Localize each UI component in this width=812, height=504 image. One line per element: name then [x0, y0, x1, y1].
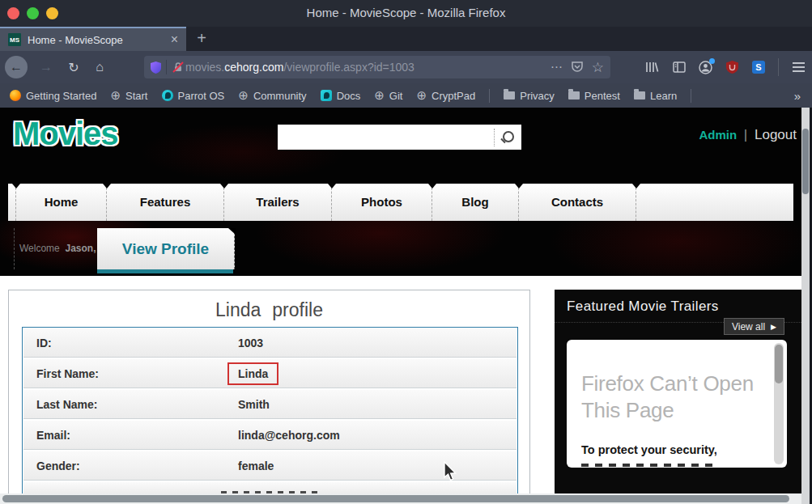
- globe-icon: ⊕: [238, 90, 249, 101]
- site-logo[interactable]: Movies: [13, 116, 118, 152]
- tab-title: Home - MovieScope: [28, 34, 166, 46]
- search-input[interactable]: [278, 125, 494, 150]
- tab-favicon: MS: [8, 33, 21, 46]
- menu-hamburger-icon[interactable]: [792, 61, 806, 74]
- table-row-email: Email: linda@cehorg.com: [23, 421, 517, 451]
- firefox-icon: [10, 90, 21, 101]
- back-button[interactable]: ←: [5, 56, 28, 78]
- url-bar[interactable]: movies.cehorg.com/viewprofile.aspx?id=10…: [144, 56, 610, 78]
- menu-item-trailers[interactable]: Trailers: [223, 184, 331, 221]
- search-icon[interactable]: [500, 129, 516, 146]
- horizontal-scrollbar-track[interactable]: [0, 493, 801, 504]
- globe-icon: ⊕: [374, 90, 385, 101]
- logout-link[interactable]: Logout: [755, 127, 797, 142]
- frame-scrollbar-track[interactable]: [774, 343, 784, 464]
- frame-scrollbar-thumb[interactable]: [775, 345, 783, 383]
- bookmark-start[interactable]: ⊕Start: [110, 90, 147, 102]
- profile-title: Lindaprofile: [9, 299, 529, 321]
- forward-button[interactable]: →: [34, 55, 58, 79]
- menu-item-contacts[interactable]: Contacts: [518, 184, 636, 221]
- page-body: Lindaprofile ID: 1003 First Name: Linda …: [0, 276, 801, 504]
- folder-icon: [568, 91, 580, 100]
- tab-corner-notch: [228, 228, 236, 235]
- folder-icon: [634, 91, 645, 100]
- welcome-strip: Welcome Jason, View Profile: [0, 228, 801, 276]
- bookmarks-separator: [691, 89, 691, 103]
- bookmark-community[interactable]: ⊕Community: [238, 90, 306, 102]
- extension-s-icon[interactable]: S: [752, 61, 765, 74]
- bookmarks-separator: [489, 89, 490, 103]
- url-path: /viewprofile.aspx?id=1003: [283, 61, 415, 74]
- menu-end-divider: [636, 184, 636, 221]
- bookmark-git[interactable]: ⊕Git: [374, 90, 402, 102]
- account-icon[interactable]: [699, 61, 712, 74]
- parrot-square-icon: [321, 90, 332, 101]
- site-header: Movies Admin | Logout Home Features Trai…: [0, 108, 801, 276]
- bookmark-docs[interactable]: Docs: [321, 90, 361, 102]
- reload-button[interactable]: ↻: [62, 55, 86, 79]
- mouse-cursor: [442, 461, 458, 485]
- featured-trailers-sidebar: Featured Movie Trailers View all ▶ Firef…: [555, 290, 801, 493]
- sidebar-title: Featured Movie Trailers: [567, 299, 719, 315]
- pocket-icon[interactable]: [571, 61, 584, 74]
- sidebar-toggle-icon[interactable]: [672, 61, 686, 74]
- window-titlebar: Home - MovieScope - Mozilla Firefox: [0, 0, 812, 27]
- bookmark-folder-privacy[interactable]: Privacy: [504, 90, 555, 102]
- parrot-icon: [162, 90, 173, 101]
- horizontal-scrollbar-thumb[interactable]: [2, 495, 789, 502]
- bookmark-folder-learn[interactable]: Learn: [634, 90, 677, 102]
- bookmark-getting-started[interactable]: Getting Started: [10, 90, 96, 102]
- url-subdomain: movies.: [185, 61, 224, 74]
- bookmark-cryptpad[interactable]: ⊕CryptPad: [416, 90, 475, 102]
- url-text[interactable]: movies.cehorg.com/viewprofile.aspx?id=10…: [185, 61, 542, 74]
- welcome-divider: [14, 228, 15, 269]
- bookmark-folder-pentest[interactable]: Pentest: [568, 90, 620, 102]
- frame-error-body: To protect your security,: [581, 443, 717, 456]
- urlbar-divider: [166, 60, 167, 74]
- vertical-scrollbar-track[interactable]: [801, 108, 810, 504]
- page-viewport: Movies Admin | Logout Home Features Trai…: [0, 108, 801, 504]
- table-row-last-name: Last Name: Smith: [23, 390, 517, 421]
- bookmark-star-icon[interactable]: ☆: [592, 59, 604, 76]
- url-domain: cehorg.com: [224, 61, 283, 74]
- tab-close-icon[interactable]: ×: [171, 33, 178, 46]
- globe-icon: ⊕: [110, 90, 121, 101]
- main-menu: Home Features Trailers Photos Blog Conta…: [8, 184, 793, 221]
- highlighted-value: Linda: [227, 362, 278, 385]
- toolbar-separator: [778, 58, 779, 76]
- tracking-shield-icon[interactable]: [151, 61, 161, 74]
- browser-tab-active[interactable]: MS Home - MovieScope ×: [0, 27, 186, 51]
- tab-active-underline: [97, 269, 233, 273]
- welcome-username: Jason,: [65, 243, 96, 254]
- tab-bar: MS Home - MovieScope × +: [0, 27, 812, 51]
- window-title: Home - MovieScope - Mozilla Firefox: [0, 6, 812, 19]
- table-row-first-name: First Name: Linda: [23, 359, 517, 390]
- account-links-divider: |: [744, 127, 747, 142]
- view-all-arrow-icon: ▶: [771, 323, 776, 331]
- menu-item-photos[interactable]: Photos: [331, 184, 432, 221]
- frame-clipped-text-fragment: [581, 464, 719, 467]
- frame-error-heading: Firefox Can’t Open This Page: [581, 371, 754, 424]
- bookmarks-overflow-chevron[interactable]: »: [794, 89, 801, 103]
- menu-item-blog[interactable]: Blog: [432, 184, 518, 221]
- home-button[interactable]: ⌂: [87, 55, 112, 79]
- tab-view-profile[interactable]: View Profile: [97, 228, 235, 269]
- welcome-message: Welcome Jason,: [19, 228, 96, 269]
- globe-icon: ⊕: [416, 90, 427, 101]
- trailer-frame: Firefox Can’t Open This Page To protect …: [567, 340, 787, 468]
- ublock-origin-icon[interactable]: [725, 61, 739, 74]
- library-icon[interactable]: [645, 61, 659, 74]
- bookmark-parrot-os[interactable]: Parrot OS: [162, 90, 225, 102]
- menu-item-home[interactable]: Home: [15, 184, 106, 221]
- view-all-button[interactable]: View all ▶: [724, 318, 784, 335]
- menu-item-features[interactable]: Features: [106, 184, 223, 221]
- insecure-lock-icon[interactable]: [172, 61, 184, 73]
- folder-icon: [504, 91, 515, 100]
- account-links: Admin | Logout: [699, 127, 797, 143]
- account-notification-dot: [709, 58, 715, 64]
- navigation-toolbar: ← → ↻ ⌂ movies.cehorg.com/viewprofile.as…: [0, 51, 812, 83]
- page-actions-icon[interactable]: ⋯: [551, 60, 563, 74]
- new-tab-button[interactable]: +: [191, 27, 212, 51]
- admin-link[interactable]: Admin: [699, 128, 737, 142]
- vertical-scrollbar-thumb[interactable]: [802, 129, 809, 194]
